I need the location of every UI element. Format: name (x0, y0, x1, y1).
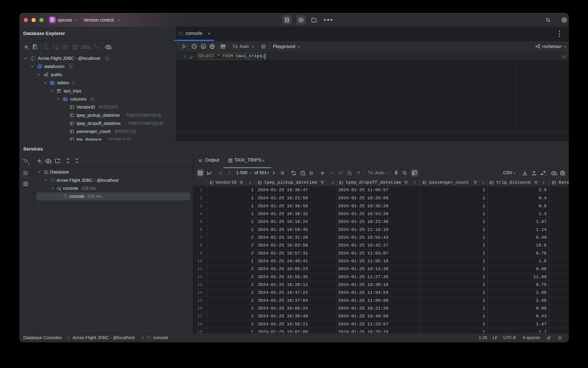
svg-text:p: p (203, 45, 204, 48)
